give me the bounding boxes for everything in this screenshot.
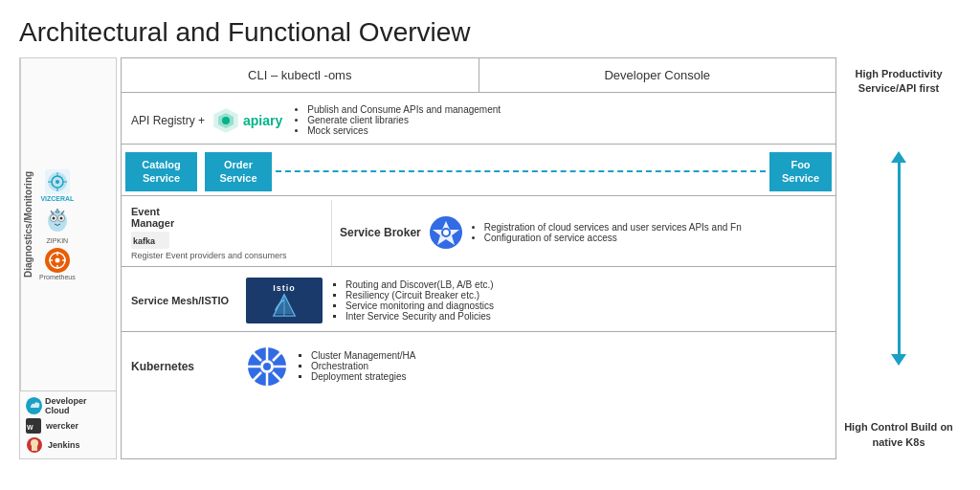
order-service-label: OrderService (219, 158, 256, 186)
catalog-service-box: CatalogService (125, 152, 197, 191)
k8s-label: Kubernetes (131, 360, 236, 373)
broker-bullets: Registration of cloud services and user … (471, 222, 742, 243)
dev-cloud-section: Developer Cloud W wercker (20, 391, 116, 458)
mesh-label: Service Mesh/ISTIO (131, 295, 236, 306)
prometheus-item: Prometheus (39, 248, 76, 280)
api-bullets: Publish and Consume APIs and management … (294, 104, 501, 136)
dashed-line (276, 170, 766, 172)
api-registry-label: API Registry + (131, 114, 205, 127)
arrow-shaft (898, 163, 901, 354)
istio-text: Istio (273, 283, 296, 293)
event-manager-title: EventManager (131, 206, 322, 229)
services-right: FooService (766, 148, 835, 195)
prometheus-label: Prometheus (39, 274, 76, 280)
svg-point-11 (59, 216, 62, 219)
prometheus-icon (45, 248, 70, 273)
k8s-bullet-2: Orchestration (311, 361, 416, 371)
zipkin-label: ZIPKIN (47, 237, 69, 244)
wercker-icon: W (26, 418, 41, 434)
top-bar-row: CLI – kubectl -oms Developer Console (122, 58, 835, 93)
right-arrow-panel: High Productivity Service/API first High… (836, 57, 961, 459)
jenkins-label: Jenkins (48, 440, 80, 450)
broker-bullet-2: Configuration of service access (484, 233, 742, 243)
kafka-icon: kafka (131, 232, 322, 249)
api-row: API Registry + apiary Publish and Consum… (122, 97, 835, 145)
apiary-logo: apiary (212, 107, 282, 134)
bottom-arrow-label: High Control Build on native K8s (836, 420, 961, 450)
mesh-bullet-4: Inter Service Security and Policies (345, 311, 494, 322)
vizceral-label: VIZCERAL (40, 195, 74, 202)
svg-point-35 (443, 230, 449, 235)
catalog-service-label: CatalogService (142, 158, 180, 186)
arrow-head-top (891, 151, 906, 163)
top-arrow-label: High Productivity Service/API first (836, 67, 961, 97)
devcloud-row: Developer Cloud (26, 396, 110, 415)
apiary-text: apiary (243, 113, 282, 128)
event-left: EventManager kafka Register Event provid… (122, 200, 332, 266)
broker-k8s-icon (429, 215, 463, 250)
istio-box: Istio (246, 278, 323, 323)
broker-label: Service Broker (340, 226, 421, 239)
svg-point-41 (263, 363, 271, 370)
mesh-bullets: Routing and Discover(LB, A/B etc.) Resil… (332, 279, 494, 322)
dev-console-label: Developer Console (479, 58, 836, 92)
foo-service-box: FooService (769, 152, 832, 191)
svg-point-17 (55, 257, 59, 262)
services-left: CatalogService OrderService (122, 148, 276, 195)
vizceral-item: VIZCERAL (40, 169, 74, 202)
mesh-row: Service Mesh/ISTIO Istio Routing and Dis… (122, 271, 835, 332)
zipkin-item: ZIPKIN (45, 206, 70, 244)
arrow-container (891, 97, 906, 420)
svg-text:kafka: kafka (133, 236, 156, 246)
svg-text:W: W (27, 424, 33, 431)
jenkins-icon (26, 436, 43, 454)
svg-point-26 (31, 439, 38, 447)
order-service-box: OrderService (205, 152, 272, 191)
zipkin-icon (45, 206, 70, 236)
svg-point-10 (52, 216, 55, 219)
svg-point-7 (48, 211, 67, 232)
mesh-bullet-1: Routing and Discover(LB, A/B etc.) (345, 279, 494, 290)
arrow-head-bottom (891, 354, 906, 366)
k8s-icon (246, 345, 288, 388)
vizceral-icon (45, 169, 70, 194)
cli-label: CLI – kubectl -oms (122, 58, 479, 92)
broker-bullet-1: Registration of cloud services and user … (484, 222, 742, 233)
devcloud-icon (26, 397, 42, 414)
svg-point-2 (56, 180, 59, 184)
main-layout: Diagnostics/Monitoring (19, 57, 961, 459)
k8s-bullets: Cluster Management/HA Orchestration Depl… (298, 350, 416, 382)
istio-icon (267, 293, 301, 318)
wercker-label: wercker (46, 421, 78, 431)
mesh-bullet-2: Resiliency (Circuit Breaker etc.) (345, 290, 494, 301)
svg-point-30 (222, 117, 230, 124)
page: Architectural and Functional Overview Di… (0, 0, 980, 490)
jenkins-row: Jenkins (26, 436, 110, 454)
event-row: EventManager kafka Register Event provid… (122, 200, 835, 267)
left-panel: Diagnostics/Monitoring (19, 57, 117, 459)
diag-section: Diagnostics/Monitoring (20, 58, 116, 391)
dashed-area (276, 148, 766, 195)
k8s-bullet-3: Deployment strategies (311, 371, 416, 382)
api-bullet-3: Mock services (307, 125, 501, 136)
k8s-bullet-1: Cluster Management/HA (311, 350, 416, 361)
api-bullet-1: Publish and Consume APIs and management (307, 104, 501, 115)
mesh-bullet-3: Service monitoring and diagnostics (345, 301, 494, 311)
svg-marker-12 (56, 209, 59, 212)
center-content: CLI – kubectl -oms Developer Console API… (121, 57, 836, 459)
svg-rect-27 (32, 446, 37, 451)
foo-service-label: FooService (782, 158, 819, 186)
services-row: CatalogService OrderService FooService (122, 148, 835, 196)
wercker-row: W wercker (26, 418, 110, 434)
api-bullet-2: Generate client libraries (307, 115, 501, 125)
devcloud-label: Developer Cloud (45, 396, 110, 415)
page-title: Architectural and Functional Overview (19, 17, 961, 48)
register-label: Register Event providers and consumers (131, 251, 322, 260)
broker-area: Service Broker Registration of cloud ser… (332, 200, 835, 266)
k8s-row: Kubernetes Cluster Man (122, 336, 835, 397)
diag-label: Diagnostics/Monitoring (20, 58, 35, 390)
